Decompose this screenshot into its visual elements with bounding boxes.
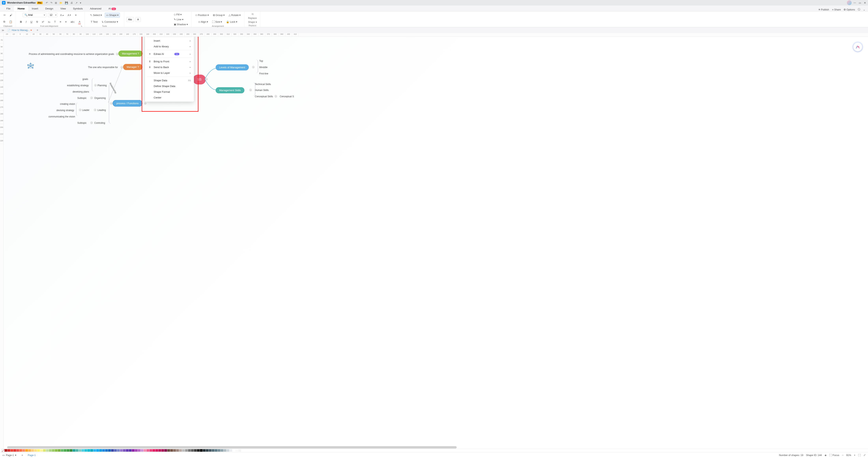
color-swatch[interactable] [70,449,72,452]
tab-design[interactable]: Design [42,6,57,11]
ctx-item-bring-to-front[interactable]: ⬆Bring to Front▸ [145,59,194,64]
color-swatch[interactable] [176,449,179,452]
publish-button[interactable]: ✈ Publish [818,8,829,11]
node-process-functions[interactable]: process / Functions [113,100,142,106]
color-swatch[interactable] [167,449,170,452]
expand-panel-button[interactable]: ≫ [2,29,4,32]
rotate-button[interactable]: △ Rotate▾ [227,13,242,18]
color-swatch[interactable] [105,449,108,452]
connector-tool-button[interactable]: ↳ Connector ▾ [100,20,119,24]
collapse-toggle[interactable]: ⊖ [249,89,252,91]
ctx-item-add-to-library[interactable]: Add to library▸ [145,43,194,49]
qat-more-button[interactable]: ▾ [80,1,81,4]
collapse-toggle[interactable]: ⊖ [275,95,277,97]
underline-button[interactable]: U [29,20,33,24]
new-button[interactable]: ⊞ [55,1,57,4]
zoom-out-button[interactable]: − [842,454,843,457]
decrease-font-button[interactable]: A▾ [66,13,72,18]
size-button[interactable]: ⛶ Size▾ [211,20,223,24]
color-swatch[interactable] [191,449,194,452]
tab-ai[interactable]: AIhot [105,6,120,11]
maximize-button[interactable]: ▭ [859,1,861,4]
color-swatch[interactable] [221,449,223,452]
color-swatch[interactable] [206,449,209,452]
zoom-in-button[interactable]: + [854,454,856,457]
replace-shape-icon[interactable]: ⟲ [251,13,253,16]
color-swatch[interactable] [79,449,81,452]
color-swatch[interactable] [135,449,137,452]
color-swatch[interactable] [90,449,93,452]
color-swatch[interactable] [144,449,146,452]
color-swatch[interactable] [82,449,84,452]
color-swatch[interactable] [67,449,69,452]
color-swatch[interactable] [232,449,235,452]
color-swatch[interactable] [215,449,217,452]
collapse-toggle[interactable]: ⊖ [94,84,97,86]
color-swatch[interactable] [93,449,96,452]
help-button[interactable]: ⓘ [858,8,860,11]
color-swatch[interactable] [147,449,149,452]
color-swatch[interactable] [22,449,25,452]
superscript-button[interactable]: x² [41,20,45,24]
color-swatch[interactable] [153,449,155,452]
collapse-toggle[interactable]: ⊖ [116,53,118,55]
document-tab[interactable]: 📄 How to Manag... [5,28,34,33]
color-swatch[interactable] [75,449,78,452]
print-button[interactable]: 🖨 [70,1,73,4]
tab-file[interactable]: File [3,6,14,11]
font-expand-icon[interactable]: ⬊ [81,25,82,27]
copy-button[interactable]: ⧉ [2,19,6,24]
collapse-toggle[interactable]: ⊖ [90,97,93,99]
select-tool-button[interactable]: ↖ Select ▾ [89,13,103,18]
color-swatch[interactable] [99,449,102,452]
color-swatch[interactable] [19,449,22,452]
shape-tool-button[interactable]: ▭ Shape ▾ [105,12,120,18]
node-levels[interactable]: Levels of Management [216,64,249,70]
color-swatch[interactable] [40,449,43,452]
style-preset-abc[interactable]: Abc [126,17,134,22]
fill-button[interactable]: ◇ Fill ▾ [173,12,189,17]
color-swatch[interactable] [10,449,13,452]
strikethrough-button[interactable]: S [35,20,39,24]
color-swatch[interactable] [155,449,158,452]
subscript-button[interactable]: x₂ [47,20,52,24]
color-swatch[interactable] [235,449,238,452]
undo-button[interactable]: ↶ [46,1,48,4]
color-swatch[interactable] [120,449,123,452]
zoom-level[interactable]: 91% [846,454,851,457]
group-button[interactable]: ⊞ Group▾ [212,13,226,18]
options-button[interactable]: ⚙ Options [843,8,855,11]
cut-button[interactable]: ✂ [2,13,7,18]
no-fill-swatch[interactable] [2,449,4,452]
text-direction-button[interactable]: ab↕ [69,20,76,24]
color-swatch[interactable] [46,449,49,452]
page-select-arrow[interactable]: ▾ [15,454,17,457]
share-button[interactable]: ∝ Share [832,8,841,11]
fit-page-button[interactable]: ⛶ [858,454,861,457]
color-swatch[interactable] [200,449,203,452]
color-swatch[interactable] [218,449,220,452]
color-swatch[interactable] [49,449,52,452]
horizontal-scrollbar[interactable] [7,446,457,449]
canvas[interactable]: Process of administering and coordinatin… [4,37,868,449]
color-swatch[interactable] [87,449,90,452]
color-swatch[interactable] [25,449,28,452]
redo-button[interactable]: ↷ [50,1,53,4]
color-swatch[interactable] [182,449,185,452]
node-management[interactable]: Management ? [118,51,143,57]
line-spacing-button[interactable]: ≡ [59,20,63,24]
lock-button[interactable]: 🔒 Lock▾ [225,20,238,24]
paragraph-align-button[interactable]: ≡ [74,13,78,18]
color-swatch[interactable] [72,449,75,452]
replace-shape-button[interactable]: Shape ▾ [248,21,257,24]
collapse-toggle[interactable]: ⊖ [94,109,96,111]
node-skills[interactable]: Management Skills [216,87,244,93]
focus-button[interactable]: ⛶ Focus [829,454,839,457]
font-family-select[interactable]: 🔍 Arial [23,13,46,17]
shadow-button[interactable]: ▣ Shadow ▾ [173,22,189,27]
tab-insert[interactable]: Insert [28,6,42,11]
color-swatch[interactable] [229,449,232,452]
position-button[interactable]: ⊹ Position▾ [194,13,210,18]
color-swatch[interactable] [209,449,212,452]
color-swatch[interactable] [223,449,226,452]
